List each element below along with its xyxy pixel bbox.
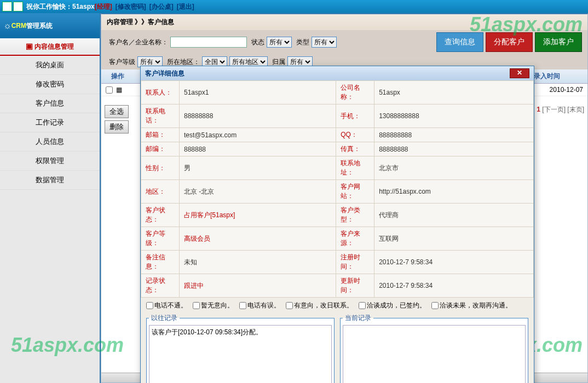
info-table: 联系人：51aspx1公司名称：51aspx 联系电话：88888888手机：1… — [141, 80, 534, 298]
assign-button[interactable]: 分配客户 — [486, 32, 533, 52]
breadcrumb: 内容管理 》》客户信息 — [101, 14, 587, 30]
check-0[interactable] — [146, 302, 153, 309]
link-change-pw[interactable]: [修改密码] — [116, 2, 146, 11]
nav-prev-icon[interactable]: ◀ — [2, 2, 12, 11]
check-1[interactable] — [193, 302, 200, 309]
sidebar-item-staff[interactable]: 人员信息 — [0, 132, 100, 152]
logo: ☼ CRM管理系统 — [0, 13, 100, 38]
pager-next[interactable]: [下一页] — [542, 106, 566, 113]
sidebar-item-customers[interactable]: 客户信息 — [0, 94, 100, 113]
delete-button[interactable]: 删除 — [105, 120, 129, 134]
sidebar: ☼ CRM管理系统 ▣ 内容信息管理 我的桌面 修改密码 客户信息 工作记录 人… — [0, 13, 101, 383]
check-4[interactable] — [359, 302, 366, 309]
filter-bar: 客户名／企业名称： 状态 所有 类型 所有 查询信息 分配客户 添加客户 — [101, 30, 587, 54]
sidebar-item-data[interactable]: 数据管理 — [0, 171, 100, 190]
add-button[interactable]: 添加客户 — [535, 32, 582, 52]
current-fieldset: 当前记录 — [340, 314, 528, 383]
dialog-title: 客户详细信息 — [145, 69, 185, 78]
sidebar-item-worklog[interactable]: 工作记录 — [0, 113, 100, 132]
status-select[interactable]: 所有 — [267, 37, 292, 48]
topbar: ◀ ▶ 祝你工作愉快：51aspx[经理] [修改密码] [办公桌] [退出] — [0, 0, 588, 13]
label-name: 客户名／企业名称： — [109, 38, 168, 47]
history-text: 该客户于[2010-12-07 09:58:34]分配。 — [149, 325, 332, 383]
label-loc: 所在地区： — [167, 57, 200, 67]
type-select[interactable]: 所有 — [312, 37, 337, 48]
pager: 1 [下一页] [末页] — [537, 105, 584, 114]
label-type: 类型 — [296, 38, 309, 47]
pager-last[interactable]: [末页] — [567, 106, 584, 113]
sidebar-item-perm[interactable]: 权限管理 — [0, 152, 100, 171]
label-owner: 归属 — [272, 57, 285, 67]
history-fieldset: 以往记录 该客户于[2010-12-07 09:58:34]分配。 — [146, 314, 335, 383]
label-level: 客户等级 — [109, 57, 135, 67]
row-ops: 全选 删除 — [101, 105, 129, 136]
check-3[interactable] — [286, 302, 293, 309]
row-date: 2010-12-07 — [550, 86, 583, 94]
close-icon[interactable]: ✕ — [510, 68, 529, 78]
link-desktop[interactable]: [办公桌] — [149, 2, 174, 11]
name-input[interactable] — [170, 37, 247, 48]
greeting: 祝你工作愉快：51aspx[经理] — [26, 2, 112, 11]
current-text[interactable] — [343, 325, 526, 383]
link-logout[interactable]: [退出] — [177, 2, 194, 11]
check-2[interactable] — [239, 302, 246, 309]
check-5[interactable] — [431, 302, 439, 309]
sidebar-item-password[interactable]: 修改密码 — [0, 75, 100, 94]
select-all-button[interactable]: 全选 — [105, 105, 129, 118]
edit-icon[interactable]: ▦ — [116, 86, 122, 94]
label-status: 状态 — [251, 38, 264, 47]
customer-detail-dialog: 客户详细信息 ✕ 联系人：51aspx1公司名称：51aspx 联系电话：888… — [140, 66, 534, 383]
nav-next-icon[interactable]: ▶ — [13, 2, 23, 11]
sidebar-section: ▣ 内容信息管理 — [0, 38, 100, 56]
query-button[interactable]: 查询信息 — [436, 32, 483, 52]
sidebar-item-desktop[interactable]: 我的桌面 — [0, 56, 100, 75]
outcome-checks: 电话不通。 暂无意向。 电话有误。 有意向，改日联系。 洽谈成功，已签约。 洽谈… — [141, 298, 534, 314]
row-checkbox[interactable] — [106, 86, 113, 94]
